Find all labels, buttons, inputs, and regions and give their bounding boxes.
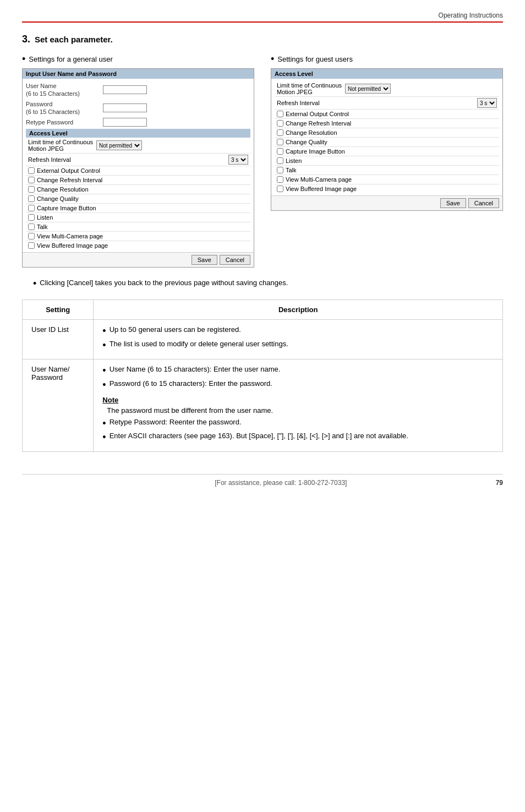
password-label: Password(6 to 15 Characters) <box>26 100 103 116</box>
username-bullet-dot-2: • <box>102 379 106 391</box>
right-btn-row: Save Cancel <box>271 195 502 210</box>
left-refresh-select[interactable]: 3 s 1 s <box>228 155 248 165</box>
right-bullet-dot: • <box>271 54 274 64</box>
info-table: Setting Description User ID List • Up to… <box>22 299 503 452</box>
left-cb-external-output-label: External Output Control <box>37 167 100 174</box>
right-cb-external-output-label: External Output Control <box>286 111 349 117</box>
left-cb-change-resolution-label: Change Resolution <box>37 186 89 193</box>
left-save-button[interactable]: Save <box>192 255 217 265</box>
left-checkbox-change-resolution: Change Resolution <box>26 185 250 194</box>
right-cb-multi-camera[interactable] <box>277 176 283 183</box>
right-form-col: • Settings for guest users Access Level … <box>271 54 503 268</box>
right-refresh-select[interactable]: 3 s 1 s <box>477 98 497 108</box>
ascii-bullet: • Enter ASCII characters (see page 163).… <box>102 432 494 444</box>
left-form-body: User Name(6 to 15 Characters) Password(6… <box>23 79 254 252</box>
right-continuous-label: Limit time of ContinuousMotion JPEG <box>277 82 342 95</box>
right-cb-buffered-image[interactable] <box>277 186 283 192</box>
right-checkbox-buffered-image: View Buffered Image page <box>275 184 499 193</box>
table-cell-desc-2: • User Name (6 to 15 characters): Enter … <box>94 359 503 451</box>
footer: [For assistance, please call: 1-800-272-… <box>22 474 503 487</box>
right-checkbox-multi-camera: View Multi-Camera page <box>275 175 499 184</box>
user-id-bullet-text-1: Up to 50 general users can be registered… <box>110 325 241 334</box>
user-id-bullet-dot-2: • <box>102 340 106 352</box>
left-cb-change-quality[interactable] <box>28 195 35 202</box>
right-checkbox-capture-image: Capture Image Button <box>275 147 499 156</box>
right-cb-change-refresh[interactable] <box>277 120 283 127</box>
right-cancel-button[interactable]: Cancel <box>468 198 499 208</box>
left-cb-change-refresh[interactable] <box>28 177 35 183</box>
left-checkbox-listen: Listen <box>26 213 250 222</box>
right-cb-talk[interactable] <box>277 167 283 173</box>
right-save-button[interactable]: Save <box>440 198 466 208</box>
left-checkbox-change-refresh: Change Refresh Interval <box>26 176 250 185</box>
right-cb-change-quality[interactable] <box>277 139 283 145</box>
header-text: Operating Instructions <box>439 12 503 19</box>
right-cb-buffered-image-label: View Buffered Image page <box>286 186 357 192</box>
left-checkbox-buffered-image: View Buffered Image page <box>26 241 250 250</box>
left-form-col: • Settings for a general user Input User… <box>22 54 254 268</box>
left-cb-buffered-image-label: View Buffered Image page <box>37 242 108 249</box>
cancel-note-row: • Clicking [Cancel] takes you back to th… <box>33 279 503 288</box>
left-cb-multi-camera-label: View Multi-Camera page <box>37 233 103 239</box>
right-cb-capture-image[interactable] <box>277 148 283 155</box>
right-form-body: Limit time of ContinuousMotion JPEG Not … <box>271 79 502 195</box>
user-id-bullet-dot-1: • <box>102 325 106 337</box>
retype-bullet-text: Retype Password: Reenter the password. <box>110 418 242 426</box>
username-bullet-2: • Password (6 to 15 characters): Enter t… <box>102 379 494 391</box>
left-cancel-button[interactable]: Cancel <box>220 255 250 265</box>
right-form-panel: Access Level Limit time of ContinuousMot… <box>271 68 503 211</box>
right-continuous-select[interactable]: Not permitted 1 s 3 s <box>345 84 391 94</box>
footer-page-number: 79 <box>496 479 503 487</box>
left-cb-external-output[interactable] <box>28 167 35 174</box>
user-id-bullet-2: • The list is used to modify or delete g… <box>102 340 494 352</box>
left-checkbox-capture-image: Capture Image Button <box>26 204 250 213</box>
left-cb-talk-label: Talk <box>37 224 48 230</box>
left-cb-change-quality-label: Change Quality <box>37 195 79 202</box>
footer-assistance-text: [For assistance, please call: 1-800-272-… <box>66 479 496 487</box>
left-access-section-header: Access Level <box>26 129 250 138</box>
step-number: 3. <box>22 34 30 45</box>
right-cb-listen[interactable] <box>277 157 283 164</box>
left-cb-buffered-image[interactable] <box>28 242 35 249</box>
right-refresh-row: Refresh Interval 3 s 1 s <box>275 97 499 110</box>
table-cell-setting-1: User ID List <box>23 320 94 359</box>
right-cb-multi-camera-label: View Multi-Camera page <box>286 176 352 183</box>
right-checkbox-external-output: External Output Control <box>275 110 499 119</box>
left-checkbox-talk: Talk <box>26 222 250 232</box>
right-checkbox-change-resolution: Change Resolution <box>275 128 499 138</box>
retype-password-label: Retype Password <box>26 118 103 126</box>
username-bullet-1: • User Name (6 to 15 characters): Enter … <box>102 365 494 377</box>
password-row: Password(6 to 15 Characters) <box>26 99 250 117</box>
left-cb-talk[interactable] <box>28 224 35 230</box>
forms-row: • Settings for a general user Input User… <box>22 54 503 268</box>
left-bullet-text: Settings for a general user <box>29 55 112 63</box>
right-access-section-header: Access Level <box>271 69 502 79</box>
right-cb-change-resolution[interactable] <box>277 129 283 136</box>
retype-password-input[interactable] <box>103 118 147 127</box>
left-continuous-row: Limit time of ContinuousMotion JPEG Not … <box>26 138 250 154</box>
top-bar: Operating Instructions <box>22 11 503 23</box>
cancel-note-text: Clicking [Cancel] takes you back to the … <box>40 279 288 287</box>
right-refresh-label: Refresh Interval <box>277 100 320 106</box>
right-bullet-text: Settings for guest users <box>277 55 353 63</box>
right-continuous-row: Limit time of ContinuousMotion JPEG Not … <box>275 81 499 97</box>
right-cb-talk-label: Talk <box>286 167 297 173</box>
user-id-bullet-text-2: The list is used to modify or delete gen… <box>110 340 288 348</box>
note-title: Note <box>102 396 494 404</box>
password-input[interactable] <box>103 103 147 112</box>
username-input[interactable] <box>103 85 147 94</box>
left-cb-multi-camera[interactable] <box>28 233 35 239</box>
ascii-bullet-text: Enter ASCII characters (see page 163). B… <box>110 432 408 440</box>
left-checkbox-change-quality: Change Quality <box>26 194 250 204</box>
left-cb-capture-image[interactable] <box>28 205 35 211</box>
left-continuous-select[interactable]: Not permitted 1 s 3 s <box>96 140 142 150</box>
username-label: User Name(6 to 15 Characters) <box>26 82 103 98</box>
right-checkbox-change-refresh: Change Refresh Interval <box>275 119 499 128</box>
left-cb-change-resolution[interactable] <box>28 186 35 193</box>
left-cb-listen[interactable] <box>28 214 35 221</box>
left-cb-capture-image-label: Capture Image Button <box>37 205 96 211</box>
left-cb-listen-label: Listen <box>37 214 53 221</box>
right-cb-external-output[interactable] <box>277 111 283 117</box>
left-input-section-header: Input User Name and Password <box>23 69 254 79</box>
left-checkbox-external-output: External Output Control <box>26 166 250 176</box>
